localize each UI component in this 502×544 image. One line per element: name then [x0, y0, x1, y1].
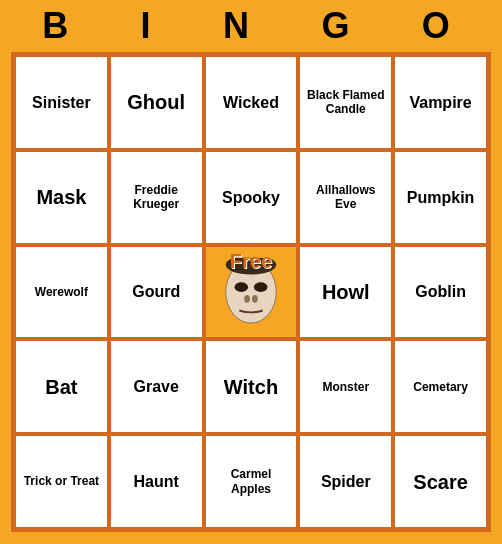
table-row: Trick or Treat [14, 434, 109, 529]
svg-point-2 [234, 282, 248, 292]
table-row: Gourd [109, 245, 204, 340]
table-row: Haunt [109, 434, 204, 529]
table-row: Spider [298, 434, 393, 529]
svg-point-3 [254, 282, 268, 292]
svg-point-4 [244, 295, 250, 303]
table-row: Spooky [204, 150, 299, 245]
bingo-grid: SinisterGhoulWickedBlack Flamed CandleVa… [11, 52, 491, 532]
table-row: Witch [204, 339, 299, 434]
table-row: Monster [298, 339, 393, 434]
table-row: Free [204, 245, 299, 340]
table-row: Carmel Apples [204, 434, 299, 529]
bingo-header: B I N G O [11, 0, 491, 52]
table-row: Pumpkin [393, 150, 488, 245]
svg-point-5 [252, 295, 258, 303]
table-row: Vampire [393, 55, 488, 150]
table-row: Scare [393, 434, 488, 529]
table-row: Mask [14, 150, 109, 245]
header-o: O [422, 5, 460, 47]
table-row: Grave [109, 339, 204, 434]
table-row: Howl [298, 245, 393, 340]
table-row: Werewolf [14, 245, 109, 340]
table-row: Black Flamed Candle [298, 55, 393, 150]
table-row: Sinister [14, 55, 109, 150]
table-row: Ghoul [109, 55, 204, 150]
header-g: G [321, 5, 359, 47]
table-row: Wicked [204, 55, 299, 150]
table-row: Bat [14, 339, 109, 434]
free-label: Free [230, 249, 272, 273]
header-i: I [141, 5, 161, 47]
table-row: Freddie Krueger [109, 150, 204, 245]
table-row: Cemetary [393, 339, 488, 434]
table-row: Allhallows Eve [298, 150, 393, 245]
header-b: B [42, 5, 78, 47]
bingo-card: B I N G O SinisterGhoulWickedBlack Flame… [11, 0, 491, 532]
header-n: N [223, 5, 259, 47]
table-row: Goblin [393, 245, 488, 340]
